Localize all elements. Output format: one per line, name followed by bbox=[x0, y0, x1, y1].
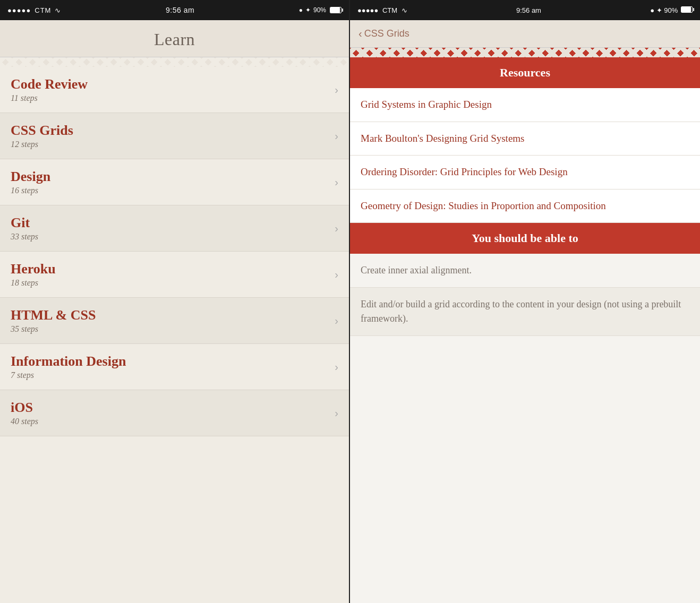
nav-chevron-icon: › bbox=[335, 222, 338, 235]
nav-item-title: Information Design bbox=[11, 354, 126, 369]
nav-item-subtitle: 40 steps bbox=[11, 417, 38, 426]
resource-item-title: Geometry of Design: Studies in Proportio… bbox=[361, 199, 689, 213]
right-wifi-icon: ∿ bbox=[402, 6, 407, 14]
right-status-bar: ●●●●● CTM ∿ 9:56 am ● ✦ 90% bbox=[350, 0, 700, 20]
resource-item-title: Mark Boulton's Designing Grid Systems bbox=[361, 132, 689, 146]
right-lock-icon: ● bbox=[650, 6, 654, 14]
nav-item-title: iOS bbox=[11, 400, 38, 416]
nav-item-content: Heroku 18 steps bbox=[11, 261, 56, 288]
right-right-icons: ● ✦ 90% bbox=[650, 6, 693, 14]
nav-chevron-icon: › bbox=[335, 407, 338, 419]
nav-chevron-icon: › bbox=[335, 269, 338, 281]
nav-item-title: Design bbox=[11, 169, 50, 185]
nav-item-subtitle: 12 steps bbox=[11, 140, 73, 149]
resource-item[interactable]: Ordering Disorder: Grid Principles for W… bbox=[350, 156, 700, 189]
left-right-icons: ● ✦ 90% bbox=[299, 6, 342, 14]
left-signal: ●●●●● CTM ∿ bbox=[7, 6, 61, 14]
right-battery-icon bbox=[681, 6, 693, 13]
nav-item-subtitle: 33 steps bbox=[11, 232, 38, 242]
objective-item: Edit and/or build a grid according to th… bbox=[350, 288, 700, 336]
nav-item-title: Code Review bbox=[11, 76, 88, 92]
left-header: Learn bbox=[0, 20, 349, 57]
left-status-bar: ●●●●● CTM ∿ 9:56 am ● ✦ 90% bbox=[0, 0, 349, 20]
nav-item-title: HTML & CSS bbox=[11, 307, 96, 323]
left-wifi-icon: ∿ bbox=[55, 6, 61, 14]
nav-item[interactable]: CSS Grids 12 steps › bbox=[0, 113, 349, 159]
nav-item-subtitle: 35 steps bbox=[11, 324, 96, 334]
left-carrier: CTM bbox=[35, 6, 51, 14]
nav-chevron-icon: › bbox=[335, 176, 338, 188]
right-battery-pct: 90% bbox=[664, 6, 678, 14]
nav-item-content: Git 33 steps bbox=[11, 215, 38, 242]
left-time: 9:56 am bbox=[166, 6, 194, 14]
left-battery-pct: 90% bbox=[313, 6, 326, 14]
resource-item-title: Grid Systems in Graphic Design bbox=[361, 98, 689, 112]
nav-item-content: CSS Grids 12 steps bbox=[11, 123, 73, 149]
resources-title: Resources bbox=[361, 66, 689, 80]
left-dots: ●●●●● bbox=[7, 6, 31, 14]
nav-item-title: Heroku bbox=[11, 261, 56, 277]
right-nav-bar: ‹ CSS Grids bbox=[350, 20, 700, 48]
left-lock-icon: ● bbox=[299, 6, 303, 14]
nav-chevron-icon: › bbox=[335, 84, 338, 96]
left-battery-icon bbox=[330, 7, 342, 13]
objective-item: Create inner axial alignment. bbox=[350, 254, 700, 288]
nav-item-content: Information Design 7 steps bbox=[11, 354, 126, 380]
nav-list: Code Review 11 steps › CSS Grids 12 step… bbox=[0, 67, 349, 603]
right-carrier: CTM bbox=[382, 6, 397, 14]
resources-list: Grid Systems in Graphic DesignMark Boult… bbox=[350, 88, 700, 223]
resource-item[interactable]: Mark Boulton's Designing Grid Systems bbox=[350, 122, 700, 156]
nav-item-title: CSS Grids bbox=[11, 123, 73, 139]
left-panel: ●●●●● CTM ∿ 9:56 am ● ✦ 90% Learn Code R… bbox=[0, 0, 350, 603]
back-label: CSS Grids bbox=[364, 28, 409, 39]
nav-item-content: Design 16 steps bbox=[11, 169, 50, 195]
right-panel: ●●●●● CTM ∿ 9:56 am ● ✦ 90% ‹ CSS Grids … bbox=[350, 0, 700, 603]
nav-item-subtitle: 7 steps bbox=[11, 371, 126, 380]
left-bluetooth-icon: ✦ bbox=[305, 6, 311, 14]
nav-item-subtitle: 11 steps bbox=[11, 93, 88, 103]
nav-item-content: HTML & CSS 35 steps bbox=[11, 307, 96, 334]
right-signal: ●●●●● CTM ∿ bbox=[357, 6, 407, 14]
nav-item[interactable]: Information Design 7 steps › bbox=[0, 344, 349, 390]
nav-item[interactable]: Code Review 11 steps › bbox=[0, 67, 349, 113]
should-title: You should be able to bbox=[361, 231, 689, 245]
right-dots: ●●●●● bbox=[357, 6, 378, 14]
right-zigzag bbox=[350, 48, 700, 57]
page-title: Learn bbox=[0, 30, 349, 49]
back-button[interactable]: ‹ CSS Grids bbox=[358, 28, 409, 40]
nav-item-title: Git bbox=[11, 215, 38, 231]
nav-item-subtitle: 16 steps bbox=[11, 186, 50, 195]
back-chevron-icon: ‹ bbox=[358, 28, 362, 40]
nav-item-content: iOS 40 steps bbox=[11, 400, 38, 426]
resource-item[interactable]: Geometry of Design: Studies in Proportio… bbox=[350, 189, 700, 223]
resource-item-title: Ordering Disorder: Grid Principles for W… bbox=[361, 165, 689, 179]
nav-item[interactable]: HTML & CSS 35 steps › bbox=[0, 298, 349, 344]
resource-item[interactable]: Grid Systems in Graphic Design bbox=[350, 88, 700, 122]
right-bluetooth-icon: ✦ bbox=[656, 6, 662, 14]
nav-item-subtitle: 18 steps bbox=[11, 278, 56, 288]
should-header: You should be able to bbox=[350, 223, 700, 254]
nav-item-content: Code Review 11 steps bbox=[11, 76, 88, 103]
nav-chevron-icon: › bbox=[335, 315, 338, 327]
right-time: 9:56 am bbox=[516, 6, 541, 14]
objectives-list: Create inner axial alignment.Edit and/or… bbox=[350, 254, 700, 603]
nav-item[interactable]: Git 33 steps › bbox=[0, 205, 349, 252]
nav-item[interactable]: Design 16 steps › bbox=[0, 159, 349, 205]
resources-header: Resources bbox=[350, 57, 700, 88]
nav-chevron-icon: › bbox=[335, 361, 338, 373]
nav-item[interactable]: iOS 40 steps › bbox=[0, 390, 349, 436]
nav-item[interactable]: Heroku 18 steps › bbox=[0, 252, 349, 298]
left-zigzag bbox=[0, 57, 349, 67]
nav-chevron-icon: › bbox=[335, 130, 338, 142]
objective-text: Create inner axial alignment. bbox=[361, 263, 689, 278]
objective-text: Edit and/or build a grid according to th… bbox=[361, 297, 689, 326]
